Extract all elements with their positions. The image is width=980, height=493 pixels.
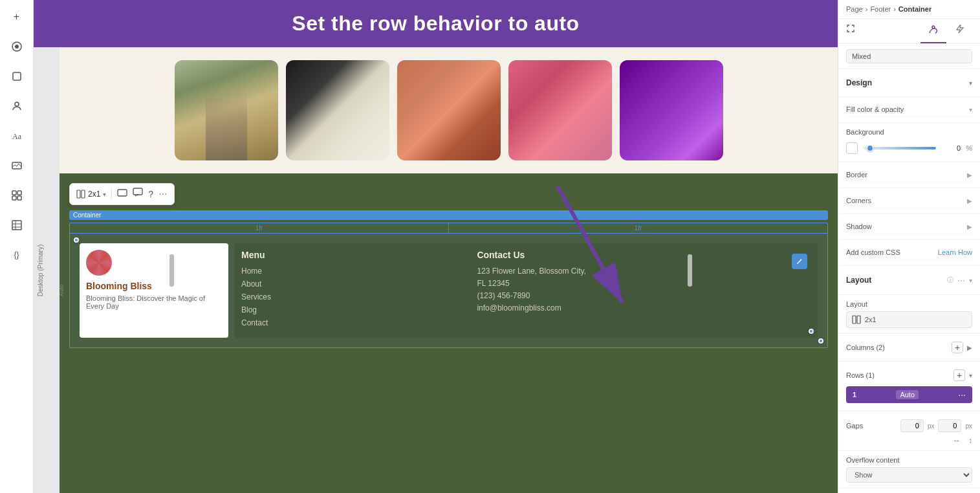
left-sidebar: + Aa bbox=[0, 0, 34, 493]
row-item-dots[interactable]: ··· bbox=[958, 389, 966, 400]
typography-icon[interactable]: Aa bbox=[8, 127, 26, 145]
design-arrow[interactable]: ▾ bbox=[969, 80, 972, 87]
footer-menu-col: Menu Home About Services Blog Contact bbox=[241, 250, 464, 331]
breadcrumb-page[interactable]: Page bbox=[846, 5, 863, 13]
grid-container: 1fr 1fr Auto Blooming Bliss Blooming Bli… bbox=[69, 223, 828, 348]
edit-icon-btn[interactable] bbox=[792, 254, 807, 269]
layers-icon[interactable] bbox=[8, 38, 26, 56]
toolbar-resize-icon[interactable] bbox=[117, 188, 127, 201]
tab-design[interactable] bbox=[920, 19, 946, 43]
layout-header-controls: ⓘ ··· ▾ bbox=[947, 275, 972, 285]
svg-rect-17 bbox=[133, 188, 142, 195]
gaps-section: Gaps px px ↔ ↕ bbox=[838, 411, 980, 451]
table-icon[interactable] bbox=[8, 216, 26, 234]
gap-v-icon: ↕ bbox=[968, 436, 972, 445]
svg-rect-10 bbox=[12, 221, 21, 230]
panel-expand-icon[interactable] bbox=[846, 19, 855, 43]
grid-icon bbox=[76, 190, 85, 199]
code-icon[interactable]: {} bbox=[8, 246, 26, 264]
footer-email: info@bloomingbliss.com bbox=[477, 303, 811, 312]
footer-contact-title: Contact Us bbox=[477, 250, 811, 260]
gap-v-unit: px bbox=[965, 422, 972, 430]
svg-text:Aa: Aa bbox=[12, 132, 22, 141]
toolbar-comment-icon[interactable] bbox=[133, 188, 143, 201]
overflow-select[interactable]: Show bbox=[846, 467, 972, 483]
media-icon[interactable] bbox=[8, 157, 26, 175]
photo-gallery bbox=[60, 47, 838, 173]
design-section-header: Design ▾ bbox=[846, 74, 972, 91]
svg-rect-9 bbox=[17, 196, 21, 200]
design-section: Design ▾ bbox=[838, 69, 980, 97]
fill-color-arrow[interactable]: ▾ bbox=[969, 106, 972, 113]
border-arrow[interactable]: ▶ bbox=[967, 171, 972, 179]
pages-icon[interactable] bbox=[8, 67, 26, 85]
layout-info-icon[interactable]: ⓘ bbox=[947, 276, 953, 285]
rows-controls: + ▾ bbox=[953, 369, 972, 381]
toolbar-divider-1 bbox=[111, 189, 112, 199]
columns-row: Columns (2) + ▶ bbox=[846, 339, 972, 356]
columns-arrow[interactable]: ▶ bbox=[967, 344, 972, 351]
rows-plus-btn[interactable]: + bbox=[953, 369, 965, 381]
toolbar-more-icon[interactable]: ··· bbox=[158, 188, 167, 200]
menu-item-blog: Blog bbox=[241, 305, 464, 314]
border-label: Border bbox=[846, 171, 867, 179]
row-item-1[interactable]: 1 Auto ··· bbox=[846, 386, 972, 403]
svg-rect-6 bbox=[12, 191, 16, 195]
mixed-section: Mixed bbox=[838, 44, 980, 69]
corners-arrow[interactable]: ▶ bbox=[967, 197, 972, 204]
columns-plus-btn[interactable]: + bbox=[952, 342, 963, 353]
svg-rect-16 bbox=[118, 190, 127, 196]
columns-controls: + ▶ bbox=[952, 342, 972, 353]
gap-h-icon: ↔ bbox=[953, 436, 961, 445]
breadcrumb-footer[interactable]: Footer bbox=[870, 5, 891, 13]
toolbar-dropdown-arrow: ▾ bbox=[103, 191, 106, 198]
footer-cols-right: Menu Home About Services Blog Contact Co… bbox=[235, 243, 818, 338]
tutorial-banner: Set the row behavior to auto bbox=[34, 0, 838, 47]
layout-value-section: Layout 2x1 bbox=[838, 295, 980, 334]
footer-logo bbox=[86, 250, 112, 276]
svg-rect-8 bbox=[12, 196, 16, 200]
slider-thumb[interactable] bbox=[867, 145, 873, 151]
canvas-area: Desktop (Primary) bbox=[34, 47, 838, 493]
layout-dots-icon[interactable]: ··· bbox=[957, 275, 965, 285]
svg-rect-7 bbox=[17, 191, 21, 195]
svg-rect-15 bbox=[82, 190, 85, 198]
photo-2 bbox=[286, 60, 389, 160]
gaps-row: Gaps px px bbox=[846, 417, 972, 435]
layout-sub-label: Layout bbox=[846, 300, 972, 308]
background-slider[interactable] bbox=[863, 147, 936, 149]
design-label: Design bbox=[846, 78, 872, 87]
mixed-dropdown[interactable]: Mixed bbox=[846, 49, 972, 63]
photo-5 bbox=[620, 60, 723, 160]
shadow-row: Shadow ▶ bbox=[846, 219, 972, 234]
gap-v-input[interactable] bbox=[938, 419, 961, 432]
resize-handle-left[interactable] bbox=[169, 254, 174, 287]
background-color-swatch[interactable] bbox=[846, 142, 858, 154]
gap-h-unit: px bbox=[928, 422, 935, 430]
svg-rect-14 bbox=[77, 190, 80, 198]
breadcrumb-container: Container bbox=[898, 5, 931, 13]
svg-rect-22 bbox=[857, 316, 860, 323]
apps-icon[interactable] bbox=[8, 186, 26, 204]
layout-value-text: 2x1 bbox=[865, 316, 877, 323]
learn-how-link[interactable]: Learn How bbox=[938, 248, 972, 256]
users-icon[interactable] bbox=[8, 97, 26, 115]
shadow-label: Shadow bbox=[846, 223, 872, 230]
resize-handle-right[interactable] bbox=[688, 254, 692, 287]
menu-item-contact: Contact bbox=[241, 318, 464, 327]
gap-h-input[interactable] bbox=[900, 419, 924, 432]
toolbar-help-icon[interactable]: ? bbox=[148, 189, 153, 199]
plus-icon[interactable]: + bbox=[8, 8, 26, 26]
toolbar-layout-selector[interactable]: 2x1 ▾ bbox=[76, 190, 106, 199]
row-item-auto: Auto bbox=[896, 390, 919, 399]
overflow-section: Overflow content Show bbox=[838, 451, 980, 488]
footer-inner-content: Auto Blooming Bliss Blooming Bliss: Disc… bbox=[70, 234, 827, 347]
menu-item-about: About bbox=[241, 279, 464, 289]
gap-direction-icons: ↔ ↕ bbox=[846, 435, 972, 445]
container-badge[interactable]: Container bbox=[69, 210, 828, 220]
rows-arrow[interactable]: ▾ bbox=[969, 372, 972, 379]
layout-arrow[interactable]: ▾ bbox=[969, 277, 972, 284]
tab-lightning[interactable] bbox=[946, 19, 972, 43]
layout-value-box[interactable]: 2x1 bbox=[846, 311, 972, 328]
shadow-arrow[interactable]: ▶ bbox=[967, 223, 972, 230]
